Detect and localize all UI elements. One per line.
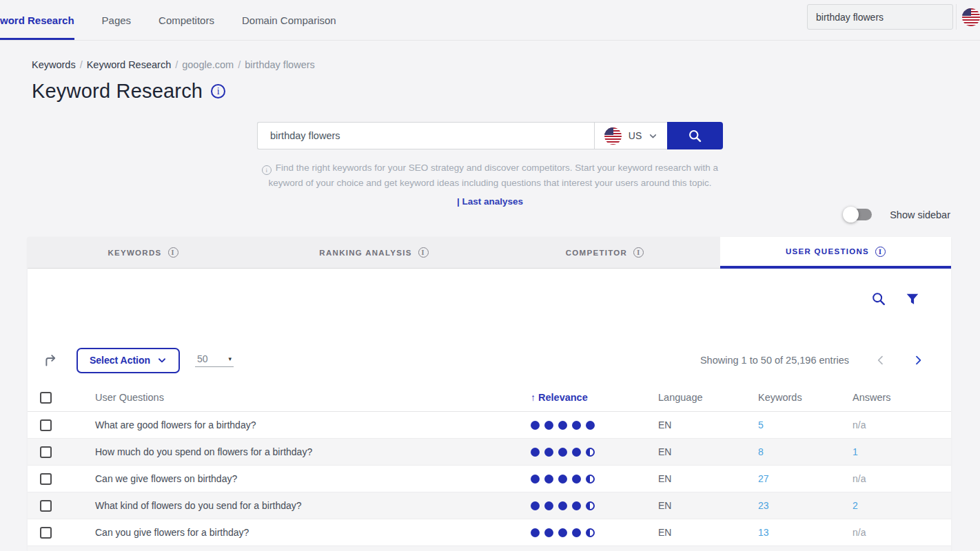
info-icon: i [633,247,644,258]
column-relevance[interactable]: ↑ Relevance [531,392,658,403]
answers-count-link[interactable]: 1 [853,446,858,457]
table-row-partial [28,546,951,551]
user-questions-table: User Questions ↑ Relevance Language Keyw… [28,384,951,551]
column-language[interactable]: Language [658,392,758,403]
pagination-prev-icon[interactable] [875,355,886,366]
answers-count: n/a [853,527,866,538]
keyword-search-bar: US [257,122,723,149]
info-icon: i [418,247,429,258]
nav-item-keyword-research[interactable]: word Research [0,0,74,40]
relevance-dot [586,421,595,430]
relevance-dot [531,528,540,537]
export-icon[interactable] [43,353,58,368]
nav-item-pages[interactable]: Pages [102,0,132,40]
user-question-text: How much do you spend on flowers for a b… [68,446,531,457]
keywords-count-link[interactable]: 27 [758,473,769,484]
relevance-dot [558,475,567,484]
topnav-search-input[interactable] [807,4,953,30]
table-row: Can you give flowers for a birthday?EN13… [28,519,951,546]
keywords-count-link[interactable]: 5 [758,419,764,430]
relevance-dot [544,475,553,484]
relevance-dot [586,528,595,537]
relevance-dot [531,421,540,430]
page-size-value: 50 [197,353,208,364]
page-title: Keyword Research [32,80,203,103]
row-checkbox[interactable] [40,473,52,485]
nav-item-label: word Research [0,14,74,26]
tab-keywords[interactable]: Keywords i [28,237,258,269]
select-action-button[interactable]: Select Action [76,348,180,373]
relevance-dot [544,448,553,457]
chevron-down-icon [157,355,167,365]
nav-item-competitors[interactable]: Competitors [159,0,214,40]
relevance-dot [544,528,553,537]
row-checkbox[interactable] [40,446,52,458]
table-header: User Questions ↑ Relevance Language Keyw… [28,384,951,412]
language-value: EN [658,500,758,511]
country-select[interactable]: US [594,122,667,149]
search-button[interactable] [667,122,723,149]
column-keywords[interactable]: Keywords [758,392,853,403]
relevance-dots [531,501,658,510]
nav-item-label: Competitors [159,14,214,26]
tab-competitor[interactable]: Competitor i [489,237,720,269]
relevance-dot [544,501,553,510]
user-question-text: Can you give flowers for a birthday? [68,527,531,538]
table-row: Can we give flowers on birthday?EN27n/a [28,466,951,492]
last-analyses-link[interactable]: | Last analyses [0,196,980,207]
search-icon [688,129,702,143]
relevance-dots [531,528,658,537]
language-value: EN [658,419,758,430]
relevance-dot [544,421,553,430]
keywords-count-link[interactable]: 8 [758,446,764,457]
breadcrumb-keyword-research[interactable]: Keyword Research [87,59,172,70]
tab-label: Competitor [566,249,627,257]
relevance-dot [572,448,581,457]
relevance-dots [531,475,658,484]
nav-item-domain-comparison[interactable]: Domain Comparison [242,0,336,40]
toggle-knob [843,207,859,222]
relevance-dots [531,421,658,430]
language-value: EN [658,527,758,538]
keyword-search-input[interactable] [257,122,594,149]
info-icon[interactable]: i [211,84,225,98]
pagination-next-icon[interactable] [912,355,923,366]
search-description: iFind the right keywords for your SEO st… [242,160,738,191]
keywords-count-link[interactable]: 13 [758,527,769,538]
row-checkbox[interactable] [40,419,52,431]
result-tabs: Keywords i Ranking Analysis i Competitor… [28,237,951,269]
column-answers[interactable]: Answers [853,392,951,403]
tab-ranking-analysis[interactable]: Ranking Analysis i [258,237,489,269]
relevance-dot [572,421,581,430]
us-flag-icon [604,127,622,145]
keywords-count-link[interactable]: 23 [758,500,769,511]
select-all-checkbox[interactable] [40,392,52,404]
relevance-dot [572,475,581,484]
page-size-select[interactable]: 50 ▾ [195,353,234,367]
table-row: How much do you spend on flowers for a b… [28,439,951,466]
answers-count: n/a [853,419,866,430]
breadcrumb-keywords[interactable]: Keywords [32,59,76,70]
top-navigation: word Research Pages Competitors Domain C… [0,0,980,41]
us-flag-icon[interactable] [962,8,980,26]
relevance-dot [531,475,540,484]
table-search-icon[interactable] [871,291,886,306]
column-user-questions[interactable]: User Questions [68,392,531,403]
row-checkbox[interactable] [40,500,52,512]
user-question-text: What kind of flowers do you send for a b… [68,500,531,511]
row-checkbox[interactable] [40,527,52,539]
answers-count-link[interactable]: 2 [853,500,858,511]
select-action-label: Select Action [90,355,150,366]
filter-icon[interactable] [905,291,920,306]
showing-entries-text: Showing 1 to 50 of 25,196 entries [700,355,849,366]
relevance-dot [586,475,595,484]
tab-user-questions[interactable]: User Questions i [720,237,951,269]
breadcrumb-domain[interactable]: google.com [182,59,234,70]
show-sidebar-toggle[interactable] [844,209,872,220]
table-row: What are good flowers for a birthday?EN5… [28,412,951,439]
relevance-dot [531,501,540,510]
table-body: What are good flowers for a birthday?EN5… [28,412,951,551]
column-label: Relevance [538,392,588,403]
country-code: US [629,130,642,141]
language-value: EN [658,446,758,457]
